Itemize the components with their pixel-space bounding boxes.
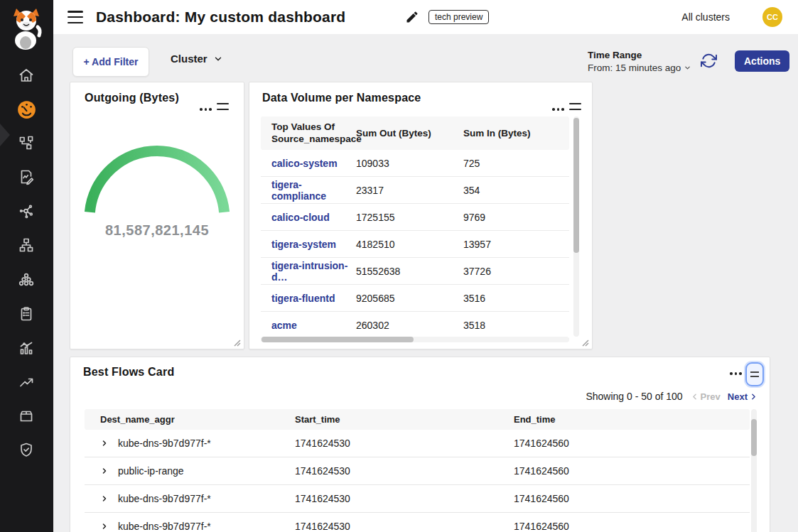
sum-out-value: 9205685 [356, 293, 463, 304]
vertical-scrollbar-thumb[interactable] [751, 419, 757, 456]
data-volume-card: Data Volume per Namespace Top Values Of … [249, 82, 593, 349]
namespace-link[interactable]: tigera-compliance [271, 179, 326, 202]
table-row[interactable]: kube-dns-9b7d977f-* 1741624530 174162456… [85, 430, 750, 457]
sidebar-item-home[interactable] [16, 65, 36, 85]
namespace-table: Top Values Of Source_namespace Sum Out (… [261, 116, 569, 339]
column-header: Dest_name_aggr [85, 414, 295, 425]
sidebar-item-network-hub[interactable] [16, 201, 36, 221]
card-title: Data Volume per Namespace [262, 92, 421, 104]
chevron-down-icon [684, 64, 691, 72]
sum-out-value: 23317 [356, 185, 463, 196]
horizontal-scrollbar-track [261, 337, 569, 342]
page-title: Dashboard: My custom dashboard [96, 0, 345, 34]
card-title: Outgoing (Bytes) [85, 92, 179, 104]
column-header: Start_time [295, 414, 514, 425]
best-flows-card: Best Flows Card Showing 0 - 50 of 100 Pr… [70, 357, 770, 532]
chevron-right-icon [749, 392, 758, 401]
time-range-control: Time Range From: 15 minutes ago [588, 50, 691, 73]
dest-name: public-ip-range [118, 465, 184, 477]
sum-out-value: 51552638 [356, 266, 463, 277]
next-button[interactable]: Next [728, 391, 758, 402]
gauge-arc [79, 113, 235, 227]
sum-out-value: 1725155 [356, 212, 463, 223]
sum-out-value: 109033 [356, 158, 463, 169]
sidebar-item-reports-clipboard[interactable] [16, 304, 36, 324]
gauge-value: 81,587,821,145 [70, 222, 244, 239]
chevron-left-icon [690, 392, 699, 401]
vertical-scrollbar-thumb[interactable] [573, 118, 579, 253]
start-time: 1741624530 [295, 521, 514, 532]
table-row[interactable]: kube-dns-9b7d977f-* 1741624530 174162456… [85, 513, 750, 532]
namespace-link[interactable]: calico-cloud [271, 212, 330, 223]
start-time: 1741624530 [295, 465, 514, 477]
user-avatar[interactable]: CC [762, 7, 782, 27]
start-time: 1741624530 [295, 493, 514, 504]
cluster-filter-dropdown[interactable]: Cluster [171, 53, 223, 65]
end-time: 1741624560 [514, 465, 750, 477]
cluster-scope-selector[interactable]: All clusters [681, 0, 730, 34]
tech-preview-badge: tech preview [428, 10, 489, 24]
table-row: calico-system 109033 725 [261, 150, 569, 177]
sum-out-value: 4182510 [356, 239, 463, 250]
dest-name: kube-dns-9b7d977f-* [118, 438, 211, 449]
actions-button[interactable]: Actions [735, 50, 789, 72]
table-header-row: Dest_name_aggr Start_time End_time [85, 409, 750, 430]
vertical-scrollbar-track [751, 409, 757, 532]
prev-button[interactable]: Prev [690, 391, 721, 402]
sum-in-value: 3516 [463, 293, 569, 304]
expand-row-icon[interactable] [100, 467, 109, 475]
card-menu-icon[interactable] [730, 369, 742, 379]
horizontal-scrollbar-thumb[interactable] [261, 337, 414, 342]
card-resize-handle[interactable] [582, 340, 589, 347]
expand-row-icon[interactable] [100, 522, 109, 531]
sum-in-value: 725 [463, 158, 569, 169]
sum-in-value: 13957 [463, 239, 569, 250]
column-header: Sum In (Bytes) [463, 128, 569, 139]
card-drag-handle-icon[interactable] [569, 103, 581, 110]
time-range-value-dropdown[interactable]: From: 15 minutes ago [588, 63, 691, 73]
calico-cat-logo-icon[interactable] [8, 6, 45, 53]
table-header-row: Top Values Of Source_namespace Sum Out (… [261, 116, 569, 150]
sidebar-item-flow-logs[interactable] [16, 167, 36, 187]
sidebar-item-statistics[interactable] [16, 338, 36, 358]
expand-row-icon[interactable] [100, 439, 109, 447]
flows-table: Dest_name_aggr Start_time End_time kube-… [85, 409, 750, 532]
namespace-link[interactable]: tigera-system [271, 239, 336, 250]
sum-out-value: 260302 [356, 320, 463, 331]
sidebar-item-packages[interactable] [16, 406, 36, 426]
vertical-scrollbar-track [573, 116, 579, 337]
dest-name: kube-dns-9b7d977f-* [118, 493, 211, 504]
add-filter-button[interactable]: + Add Filter [72, 47, 149, 77]
namespace-link[interactable]: acme [271, 320, 297, 331]
sidebar-item-trends[interactable] [16, 372, 36, 392]
dashboard-app: Dashboard: My custom dashboard tech prev… [0, 0, 798, 532]
namespace-link[interactable]: tigera-fluentd [271, 293, 335, 304]
sidebar-item-service-graph[interactable] [16, 133, 36, 153]
expand-row-icon[interactable] [100, 494, 109, 503]
table-row: calico-cloud 1725155 9769 [261, 204, 569, 231]
card-title: Best Flows Card [83, 366, 174, 379]
sidebar-fold-decoration [0, 124, 10, 146]
card-drag-handle-icon-focused[interactable] [745, 362, 764, 386]
top-bar: Dashboard: My custom dashboard tech prev… [53, 0, 798, 34]
sum-in-value: 9769 [463, 212, 569, 223]
table-row: tigera-fluentd 9205685 3516 [261, 285, 569, 312]
card-menu-icon[interactable] [552, 104, 564, 114]
sum-in-value: 354 [463, 185, 569, 196]
edit-pencil-icon[interactable] [405, 10, 419, 24]
sidebar-item-sitemap[interactable] [16, 235, 36, 255]
table-row[interactable]: kube-dns-9b7d977f-* 1741624530 174162456… [85, 485, 750, 513]
showing-count: Showing 0 - 50 of 100 [586, 391, 682, 402]
sidebar-item-workload-cluster[interactable] [16, 270, 36, 290]
table-row[interactable]: public-ip-range 1741624530 1741624560 [85, 457, 750, 485]
hamburger-menu-icon[interactable] [68, 11, 83, 23]
card-drag-handle-icon[interactable] [217, 103, 229, 110]
namespace-link[interactable]: calico-system [271, 158, 338, 169]
refresh-icon[interactable] [701, 53, 718, 70]
dest-name: kube-dns-9b7d977f-* [118, 521, 211, 532]
sidebar-item-security-shield[interactable] [16, 440, 36, 460]
namespace-link[interactable]: tigera-intrusion-d… [271, 260, 347, 283]
outgoing-bytes-card: Outgoing (Bytes) 81,587,821,145 [70, 82, 244, 349]
card-resize-handle[interactable] [234, 340, 241, 347]
sidebar-item-dashboards-active[interactable] [16, 99, 36, 119]
